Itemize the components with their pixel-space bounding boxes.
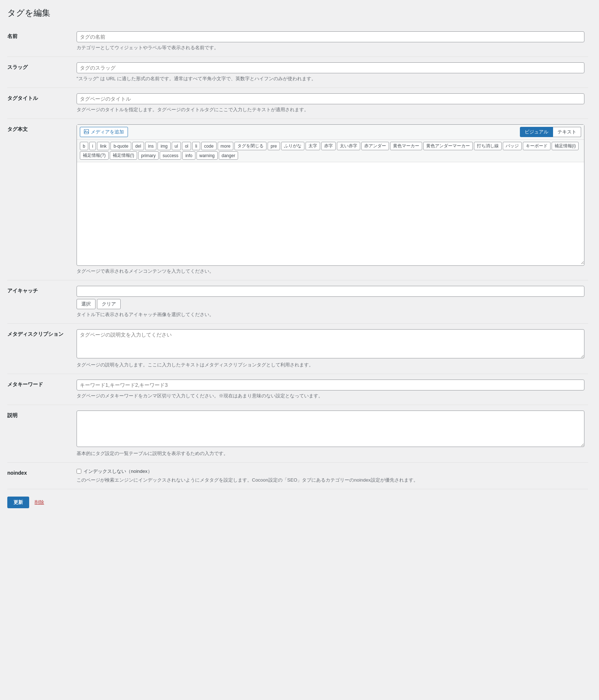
toolbar-btn-primary[interactable]: primary [138, 151, 159, 160]
tag-title-input[interactable] [77, 93, 584, 104]
toolbar-btn-黄色マーカー[interactable]: 黄色マーカー [390, 142, 422, 150]
toolbar-btn-タグを閉じる[interactable]: タグを閉じる [234, 142, 267, 150]
eyecatch-description: タイトル下に表示されるアイキャッチ画像を選択してください。 [77, 311, 584, 318]
svg-rect-0 [84, 129, 89, 134]
toolbar-btn-打ち消し線[interactable]: 打ち消し線 [474, 142, 502, 150]
toolbar-buttons: bilinkb-quotedelinsimgulollicodemoreタグを閉… [77, 140, 584, 162]
toolbar-btn-b[interactable]: b [80, 142, 88, 150]
media-button-label: メディアを追加 [91, 129, 124, 135]
toolbar-btn-黄色アンダーマーカー[interactable]: 黄色アンダーマーカー [423, 142, 473, 150]
field-meta-keywords-label: メタキーワード [7, 374, 73, 405]
name-input[interactable] [77, 31, 584, 42]
field-tag-title-row: タグタイトル タグページのタイトルを指定します。タグページのタイトルタグにここで… [7, 88, 588, 119]
toolbar-btn-ins[interactable]: ins [145, 142, 156, 150]
submit-area: 更新 削除 [7, 489, 588, 512]
tab-visual[interactable]: ビジュアル [520, 127, 553, 137]
slug-input[interactable] [77, 62, 584, 73]
media-add-button[interactable]: メディアを追加 [80, 127, 128, 137]
toolbar-btn-i[interactable]: i [89, 142, 96, 150]
tag-body-description: タグページで表示されるメインコンテンツを入力してください。 [77, 268, 584, 275]
description-textarea[interactable] [77, 411, 584, 447]
update-button[interactable]: 更新 [7, 497, 29, 508]
field-description-row: 説明 基本的にタグ設定の一覧テーブルに説明文を表示するための入力です。 [7, 405, 588, 463]
toolbar-btn-del[interactable]: del [132, 142, 144, 150]
noindex-row: インデックスしない（noindex） [77, 468, 584, 475]
field-tag-body-row: タグ本文 メディアを追加 ビジ [7, 119, 588, 280]
toolbar-btn-warning[interactable]: warning [197, 151, 218, 160]
field-slug-label: スラッグ [7, 57, 73, 88]
eyecatch-buttons: 選択 クリア [77, 299, 584, 309]
delete-button[interactable]: 削除 [35, 499, 44, 506]
field-tag-body-cell: メディアを追加 ビジュアル テキスト bilinkb-quotedelinsim… [73, 119, 588, 280]
field-tag-title-label: タグタイトル [7, 88, 73, 119]
editor-toolbar-top: メディアを追加 ビジュアル テキスト [77, 125, 584, 140]
toolbar-btn-ふりがな[interactable]: ふりがな [281, 142, 304, 150]
media-icon [84, 129, 89, 135]
toolbar-btn-赤アンダー[interactable]: 赤アンダー [361, 142, 389, 150]
meta-keywords-description: タグページのメタキーワードをカンマ区切りで入力してください。※現在はあまり意味の… [77, 393, 584, 399]
toolbar-btn-img[interactable]: img [157, 142, 170, 150]
toolbar-btn-info[interactable]: info [182, 151, 195, 160]
noindex-checkbox[interactable] [77, 469, 81, 474]
field-name-cell: カテゴリーとしてウィジェットやラベル等で表示される名前です。 [73, 26, 588, 57]
field-meta-desc-row: メタディスクリプション タグページの説明を入力します。ここに入力したテキストはメ… [7, 324, 588, 374]
field-eyecatch-cell: 選択 クリア タイトル下に表示されるアイキャッチ画像を選択してください。 [73, 280, 588, 324]
view-tabs: ビジュアル テキスト [520, 127, 581, 137]
toolbar-btn-danger[interactable]: danger [219, 151, 238, 160]
field-meta-keywords-row: メタキーワード タグページのメタキーワードをカンマ区切りで入力してください。※現… [7, 374, 588, 405]
editor-wrap: メディアを追加 ビジュアル テキスト bilinkb-quotedelinsim… [77, 124, 584, 266]
field-name-row: 名前 カテゴリーとしてウィジェットやラベル等で表示される名前です。 [7, 26, 588, 57]
eyecatch-clear-button[interactable]: クリア [97, 299, 121, 309]
toolbar-btn-success[interactable]: success [160, 151, 181, 160]
toolbar-btn-ul[interactable]: ul [172, 142, 181, 150]
slug-description: "スラッグ" は URL に適した形式の名前です。通常はすべて半角小文字で、英数… [77, 75, 584, 82]
field-tag-title-cell: タグページのタイトルを指定します。タグページのタイトルタグにここで入力したテキス… [73, 88, 588, 119]
meta-description-textarea[interactable] [77, 329, 584, 358]
field-eyecatch-row: アイキャッチ 選択 クリア タイトル下に表示されるアイキャッチ画像を選択してくだ… [7, 280, 588, 324]
toolbar-btn-赤字[interactable]: 赤字 [321, 142, 336, 150]
toolbar-btn-キーボード[interactable]: キーボード [523, 142, 551, 150]
toolbar-btn-補足情報(i)[interactable]: 補足情報(i) [552, 142, 579, 150]
name-description: カテゴリーとしてウィジェットやラベル等で表示される名前です。 [77, 44, 584, 51]
toolbar-btn-太い赤字[interactable]: 太い赤字 [337, 142, 360, 150]
meta-keywords-input[interactable] [77, 380, 584, 390]
toolbar-btn-code[interactable]: code [201, 142, 217, 150]
toolbar-btn-more[interactable]: more [218, 142, 233, 150]
toolbar-btn-補足情報(!)[interactable]: 補足情報(!) [110, 151, 137, 160]
field-tag-body-label: タグ本文 [7, 119, 73, 280]
field-noindex-cell: インデックスしない（noindex） このページが検索エンジンにインデックスされ… [73, 463, 588, 489]
eyecatch-input[interactable] [77, 286, 584, 297]
noindex-description: このページが検索エンジンにインデックスされないようにメタタグを設定します。Coc… [77, 477, 584, 483]
tag-title-description: タグページのタイトルを指定します。タグページのタイトルタグにここで入力したテキス… [77, 106, 584, 113]
toolbar-btn-b-quote[interactable]: b-quote [110, 142, 131, 150]
field-description-cell: 基本的にタグ設定の一覧テーブルに説明文を表示するための入力です。 [73, 405, 588, 463]
toolbar-btn-太字[interactable]: 太字 [306, 142, 320, 150]
toolbar-btn-li[interactable]: li [192, 142, 200, 150]
field-meta-desc-label: メタディスクリプション [7, 324, 73, 374]
toolbar-btn-link[interactable]: link [97, 142, 109, 150]
noindex-checkbox-label[interactable]: インデックスしない（noindex） [83, 468, 152, 475]
editor-content[interactable] [77, 162, 584, 264]
page-title: タグを編集 [7, 7, 588, 19]
tab-text[interactable]: テキスト [553, 127, 581, 137]
eyecatch-select-button[interactable]: 選択 [77, 299, 96, 309]
field-meta-keywords-cell: タグページのメタキーワードをカンマ区切りで入力してください。※現在はあまり意味の… [73, 374, 588, 405]
toolbar-btn-pre[interactable]: pre [268, 142, 280, 150]
field-description-label: 説明 [7, 405, 73, 463]
description-description: 基本的にタグ設定の一覧テーブルに説明文を表示するための入力です。 [77, 450, 584, 457]
field-meta-desc-cell: タグページの説明を入力します。ここに入力したテキストはメタディスクリプションタグ… [73, 324, 588, 374]
field-noindex-row: noindex インデックスしない（noindex） このページが検索エンジンに… [7, 463, 588, 489]
toolbar-btn-ol[interactable]: ol [182, 142, 191, 150]
field-slug-cell: "スラッグ" は URL に適した形式の名前です。通常はすべて半角小文字で、英数… [73, 57, 588, 88]
form-table: 名前 カテゴリーとしてウィジェットやラベル等で表示される名前です。 スラッグ "… [7, 26, 588, 489]
field-name-label: 名前 [7, 26, 73, 57]
meta-desc-description: タグページの説明を入力します。ここに入力したテキストはメタディスクリプションタグ… [77, 362, 584, 368]
field-eyecatch-label: アイキャッチ [7, 280, 73, 324]
toolbar-btn-バッジ[interactable]: バッジ [503, 142, 522, 150]
field-noindex-label: noindex [7, 463, 73, 489]
field-slug-row: スラッグ "スラッグ" は URL に適した形式の名前です。通常はすべて半角小文… [7, 57, 588, 88]
svg-point-1 [85, 130, 86, 131]
toolbar-btn-補足情報(?)[interactable]: 補足情報(?) [80, 151, 109, 160]
